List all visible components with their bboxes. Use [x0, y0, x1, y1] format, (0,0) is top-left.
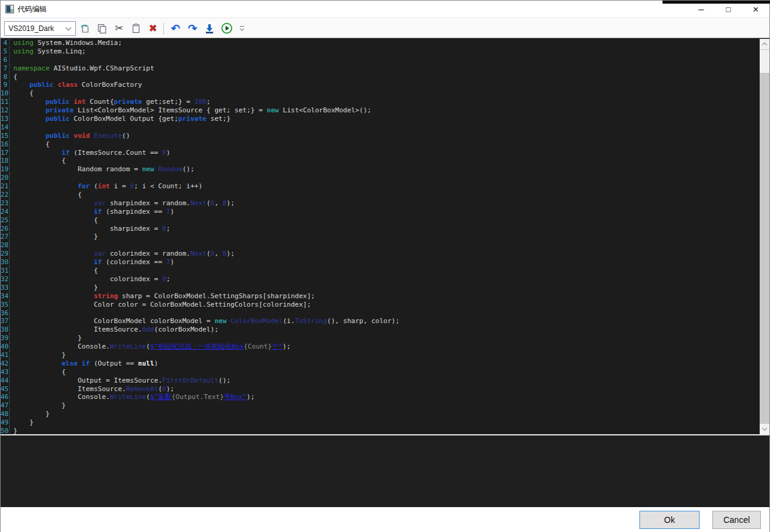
cancel-button[interactable]: Cancel	[712, 511, 761, 529]
code-line[interactable]: 39 }	[1, 334, 760, 343]
line-number: 18	[1, 157, 10, 165]
code-line[interactable]: 17 if (ItemsSource.Count == 0)	[1, 149, 760, 157]
code-line[interactable]: 50}	[1, 427, 760, 434]
code-line[interactable]: 7namespace AIStudio.Wpf.CSharpScript	[1, 64, 760, 73]
code-line[interactable]: 36	[1, 309, 760, 318]
code-line[interactable]: 12 private List<ColorBoxModel> ItemsSour…	[1, 106, 760, 115]
code-line[interactable]: 37 ColorBoxModel colorBoxModel = new Col…	[1, 317, 760, 326]
code-line[interactable]: 30 if (colorindex == 7)	[1, 258, 760, 267]
code-line[interactable]: 49 }	[1, 418, 760, 427]
code-line[interactable]: 8{	[1, 73, 760, 81]
close-button[interactable]: ×	[742, 1, 769, 18]
line-number: 37	[1, 317, 10, 326]
scroll-up-button[interactable]	[760, 39, 769, 49]
save-button[interactable]	[202, 21, 217, 36]
code-text: {	[10, 191, 82, 199]
code-text: {	[10, 157, 66, 165]
code-line[interactable]: 14	[1, 123, 760, 132]
run-button[interactable]	[219, 21, 234, 36]
code-line[interactable]: 16 {	[1, 140, 760, 149]
line-number: 9	[1, 81, 10, 89]
code-line[interactable]: 10 {	[1, 89, 760, 98]
code-text: sharpindex = 0;	[10, 225, 170, 233]
code-text: {	[10, 216, 98, 225]
code-line[interactable]: 27 }	[1, 233, 760, 241]
code-text	[10, 309, 13, 318]
cut-icon: ✂	[115, 23, 123, 33]
code-text: var colorindex = random.Next(0, 8);	[10, 250, 234, 258]
code-line[interactable]: 46 Console.WriteLine($"装配{Output.Text}号B…	[1, 393, 760, 401]
code-line[interactable]: 11 public int Count{private get;set;} = …	[1, 98, 760, 106]
code-text: ItemsSource.Add(colorBoxModel);	[10, 326, 219, 334]
maximize-button[interactable]: □	[715, 1, 742, 18]
code-line[interactable]: 40 Console.WriteLine($"初始化完成，一共初始化Box{Co…	[1, 343, 760, 351]
code-text: }	[10, 427, 18, 434]
code-area[interactable]: 4using System.Windows.Media;5using Syste…	[1, 39, 760, 434]
code-line[interactable]: 20	[1, 174, 760, 182]
code-line[interactable]: 35 Color color = ColorBoxModel.SettingCo…	[1, 301, 760, 309]
code-text: ColorBoxModel colorBoxModel = new ColorB…	[10, 317, 400, 326]
code-line[interactable]: 48 }	[1, 410, 760, 418]
scroll-down-button[interactable]	[760, 424, 769, 434]
scrollbar-thumb[interactable]	[760, 50, 769, 73]
code-line[interactable]: 18 {	[1, 157, 760, 165]
line-number: 7	[1, 64, 10, 73]
line-number: 24	[1, 208, 10, 216]
reset-button[interactable]	[77, 21, 93, 36]
code-text: Output = ItemsSource.FirstOrDefault();	[10, 377, 231, 385]
line-number: 26	[1, 225, 10, 233]
code-edit-dialog: 代码编辑 ─ □ × VS2019_Dark	[0, 0, 770, 532]
line-number: 11	[1, 98, 10, 106]
run-play-icon	[221, 22, 233, 34]
copy-icon	[97, 23, 107, 34]
code-line[interactable]: 21 for (int i = 0; i < Count; i++)	[1, 182, 760, 191]
code-line[interactable]: 47 }	[1, 401, 760, 410]
redo-button[interactable]: ↷	[185, 21, 200, 36]
code-text: {	[10, 368, 66, 377]
code-line[interactable]: 19 Random random = new Random();	[1, 165, 760, 174]
delete-icon: ✖	[149, 24, 157, 33]
code-line[interactable]: 5using System.Linq;	[1, 47, 760, 56]
line-number: 41	[1, 351, 10, 360]
code-line[interactable]: 4using System.Windows.Media;	[1, 39, 760, 47]
code-line[interactable]: 38 ItemsSource.Add(colorBoxModel);	[1, 326, 760, 334]
code-line[interactable]: 6	[1, 56, 760, 64]
code-text: if (ItemsSource.Count == 0)	[10, 149, 170, 157]
copy-button[interactable]	[94, 21, 110, 36]
code-line[interactable]: 9 public class ColorBoxFactory	[1, 81, 760, 89]
ok-button[interactable]: Ok	[639, 511, 700, 529]
code-line[interactable]: 29 var colorindex = random.Next(0, 8);	[1, 250, 760, 258]
line-number: 21	[1, 182, 10, 191]
paste-button[interactable]	[128, 21, 144, 36]
code-line[interactable]: 33 }	[1, 284, 760, 292]
code-line[interactable]: 24 if (sharpindex == 7)	[1, 208, 760, 216]
code-line[interactable]: 13 public ColorBoxModel Output {get;priv…	[1, 115, 760, 123]
theme-select[interactable]: VS2019_Dark	[4, 21, 76, 36]
line-number: 5	[1, 47, 10, 56]
code-line[interactable]: 22 {	[1, 191, 760, 199]
delete-button[interactable]: ✖	[145, 21, 161, 36]
code-line[interactable]: 26 sharpindex = 0;	[1, 225, 760, 233]
cut-button[interactable]: ✂	[111, 21, 127, 36]
line-number: 16	[1, 140, 10, 149]
code-line[interactable]: 28	[1, 241, 760, 250]
code-line[interactable]: 41 }	[1, 351, 760, 360]
code-text: public class ColorBoxFactory	[10, 81, 142, 89]
code-line[interactable]: 25 {	[1, 216, 760, 225]
code-line[interactable]: 42 else if (Output == null)	[1, 360, 760, 368]
code-line[interactable]: 44 Output = ItemsSource.FirstOrDefault()…	[1, 377, 760, 385]
code-line[interactable]: 43 {	[1, 368, 760, 377]
minimize-button[interactable]: ─	[687, 1, 715, 18]
toolbar-overflow-button[interactable]	[238, 26, 245, 30]
code-line[interactable]: 34 string sharp = ColorBoxModel.SettingS…	[1, 292, 760, 301]
code-line[interactable]: 45 ItemsSource.RemoveAt(0);	[1, 385, 760, 394]
code-line[interactable]: 23 var sharpindex = random.Next(0, 8);	[1, 199, 760, 208]
code-text: }	[10, 233, 98, 241]
undo-button[interactable]: ↶	[168, 21, 183, 36]
theme-select-value: VS2019_Dark	[5, 24, 66, 33]
code-text: public ColorBoxModel Output {get;private…	[10, 115, 231, 123]
code-line[interactable]: 32 colorindex = 0;	[1, 275, 760, 284]
code-line[interactable]: 31 {	[1, 267, 760, 275]
code-line[interactable]: 15 public void Execute()	[1, 132, 760, 140]
code-text: if (colorindex == 7)	[10, 258, 174, 267]
